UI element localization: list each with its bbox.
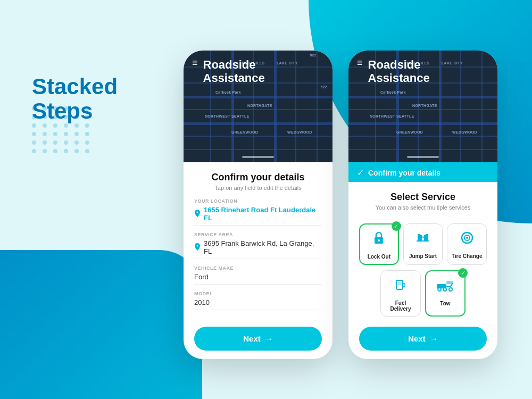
field-value[interactable]: Ford bbox=[194, 273, 322, 285]
svg-rect-14 bbox=[446, 281, 453, 284]
service-grid-row1: ✓ Lock Out + Jump Start Tire Change bbox=[359, 223, 487, 265]
svg-point-7 bbox=[466, 237, 468, 239]
field-location-icon bbox=[194, 210, 201, 219]
map-pill-2 bbox=[407, 156, 439, 158]
phone-1: OLYMPIC HILLS LAKE CITY Carkeek Park NOR… bbox=[184, 51, 332, 359]
field-value[interactable]: 3695 Frank Barwick Rd, La Grange, FL bbox=[194, 239, 322, 259]
phone2-next-label: Next bbox=[408, 334, 426, 343]
phone1-next-arrow: → bbox=[265, 334, 273, 343]
map-label: NORTHWEST SEATTLE bbox=[205, 114, 250, 118]
field-group: SERVICE AREA3695 Frank Barwick Rd, La Gr… bbox=[194, 232, 322, 259]
map-label: GREENWOOD bbox=[396, 130, 423, 134]
svg-rect-8 bbox=[396, 289, 403, 290]
phone1-map-title-line2: Assistance bbox=[203, 71, 265, 85]
service-icon bbox=[392, 276, 409, 297]
field-label: YOUR LOCATION bbox=[194, 198, 322, 204]
field-text: Ford bbox=[194, 273, 209, 281]
phone-2: OLYMPIC HILLS LAKE CITY Carkeek Park NOR… bbox=[348, 51, 497, 359]
svg-rect-3 bbox=[424, 235, 428, 241]
map-road bbox=[348, 136, 497, 137]
phone1-card-subtitle: Tap on any field to edit the details bbox=[194, 185, 322, 191]
map-label: WEDGWOOD bbox=[452, 130, 477, 134]
phone2-step-bar: ✓ Confirm your details bbox=[348, 162, 497, 182]
phones-container: OLYMPIC HILLS LAKE CITY Carkeek Park NOR… bbox=[160, 27, 521, 383]
service-label: Jump Start bbox=[409, 253, 437, 259]
phone2-map-header: ≡ Roadside Assistance bbox=[357, 58, 489, 85]
field-location-icon bbox=[194, 243, 201, 252]
map-road bbox=[348, 96, 497, 98]
map-label: 522 bbox=[310, 53, 317, 57]
hamburger-icon-2[interactable]: ≡ bbox=[357, 58, 363, 68]
map-road bbox=[184, 149, 332, 150]
phone2-map-title-line2: Assistance bbox=[368, 71, 430, 85]
svg-point-1 bbox=[378, 239, 380, 242]
map-label: Carkeek Park bbox=[215, 90, 241, 94]
service-label: Tire Change bbox=[452, 253, 483, 259]
service-item[interactable]: Tire Change bbox=[447, 223, 487, 265]
page-title-area: Stacked Steps bbox=[32, 74, 118, 123]
phone1-map-title-line1: Roadside bbox=[203, 58, 265, 71]
service-item[interactable]: + Jump Start bbox=[403, 223, 443, 265]
service-grid-row2: Fuel Delivery✓ Tow bbox=[359, 270, 487, 317]
field-text: 2010 bbox=[194, 298, 210, 306]
field-label: MODEL bbox=[194, 291, 322, 296]
service-label: Lock Out bbox=[368, 254, 390, 260]
field-group: VEHICLE MAKEFord bbox=[194, 265, 322, 285]
service-check-icon: ✓ bbox=[392, 221, 401, 231]
map-label: Carkeek Park bbox=[380, 90, 406, 94]
map-label: NORTHWEST SEATTLE bbox=[370, 114, 414, 118]
phone1-fields: YOUR LOCATION1655 Rinehart Road Ft Laude… bbox=[194, 198, 322, 317]
step-bar-label: Confirm your details bbox=[368, 169, 440, 177]
field-group: MODEL2010 bbox=[194, 291, 322, 310]
phone2-next-button[interactable]: Next → bbox=[359, 327, 487, 351]
phone1-next-button[interactable]: Next → bbox=[194, 327, 322, 351]
service-icon bbox=[459, 229, 476, 250]
map-road bbox=[348, 109, 497, 110]
service-label: Fuel Delivery bbox=[384, 300, 417, 312]
phone2-card-subtitle: You can also select multiple services bbox=[359, 204, 487, 211]
service-check-icon: ✓ bbox=[458, 268, 468, 278]
phone2-card-body: Select Service You can also select multi… bbox=[348, 182, 497, 359]
field-value[interactable]: 1655 Rinehart Road Ft Lauderdale FL bbox=[194, 206, 322, 226]
map-label: WEDGWOOD bbox=[287, 130, 312, 134]
service-icon: + bbox=[414, 229, 431, 250]
phone1-card-body: Confirm your details Tap on any field to… bbox=[184, 162, 332, 359]
map-pill bbox=[242, 156, 274, 158]
phone2-card-title: Select Service bbox=[359, 192, 487, 203]
svg-point-12 bbox=[443, 288, 446, 291]
phone2-next-arrow: → bbox=[430, 334, 438, 343]
map-road bbox=[184, 96, 332, 98]
map-road bbox=[184, 122, 332, 125]
phone1-next-label: Next bbox=[243, 334, 261, 343]
service-item[interactable]: ✓ Lock Out bbox=[359, 223, 399, 265]
service-item[interactable]: ✓ Tow bbox=[425, 270, 466, 317]
svg-text:+: + bbox=[421, 235, 425, 241]
service-label: Tow bbox=[440, 301, 450, 306]
page-title-line2: Steps bbox=[32, 99, 118, 123]
field-value[interactable]: 2010 bbox=[194, 298, 322, 310]
phone1-map-header: ≡ Roadside Assistance bbox=[192, 58, 324, 85]
map-road bbox=[184, 136, 332, 137]
service-icon bbox=[370, 230, 387, 251]
service-item[interactable]: Fuel Delivery bbox=[380, 270, 421, 317]
field-label: VEHICLE MAKE bbox=[194, 265, 322, 271]
map-road bbox=[348, 149, 497, 150]
svg-point-13 bbox=[449, 288, 452, 291]
field-text: 3695 Frank Barwick Rd, La Grange, FL bbox=[204, 239, 322, 255]
page-title-line1: Stacked bbox=[32, 74, 118, 99]
hamburger-icon[interactable]: ≡ bbox=[192, 58, 198, 68]
map-label: 522 bbox=[320, 85, 327, 89]
phone1-card-title: Confirm your details bbox=[194, 172, 322, 183]
map-road bbox=[184, 109, 332, 110]
phone1-map: OLYMPIC HILLS LAKE CITY Carkeek Park NOR… bbox=[184, 51, 332, 162]
service-icon bbox=[436, 277, 455, 297]
field-group: YOUR LOCATION1655 Rinehart Road Ft Laude… bbox=[194, 198, 322, 226]
phone2-map: OLYMPIC HILLS LAKE CITY Carkeek Park NOR… bbox=[348, 51, 497, 162]
step-check-icon: ✓ bbox=[357, 168, 364, 178]
map-road bbox=[348, 122, 497, 125]
svg-point-11 bbox=[438, 288, 441, 291]
map-label: NORTHGATE bbox=[247, 104, 272, 107]
map-label: GREENWOOD bbox=[231, 130, 258, 134]
field-text: 1655 Rinehart Road Ft Lauderdale FL bbox=[204, 206, 322, 222]
field-label: SERVICE AREA bbox=[194, 232, 322, 237]
